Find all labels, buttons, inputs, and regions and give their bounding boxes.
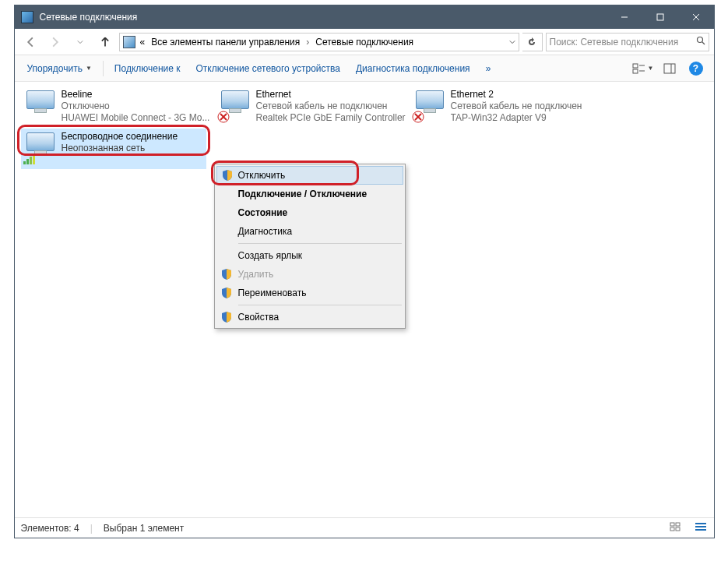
shield-icon (221, 169, 234, 182)
preview-pane-button[interactable] (658, 59, 681, 78)
item-name: Ethernet 2 (451, 89, 582, 101)
help-icon: ? (689, 62, 703, 76)
status-bar: Элементов: 4 | Выбран 1 элемент (15, 517, 714, 538)
titlebar[interactable]: Сетевые подключения (15, 5, 714, 29)
diagnose-button[interactable]: Диагностика подключения (350, 60, 477, 77)
svg-rect-22 (670, 523, 674, 526)
maximize-button[interactable] (642, 5, 678, 29)
back-button[interactable] (19, 33, 41, 51)
menu-separator (238, 243, 402, 244)
menu-diag[interactable]: Диагностика (216, 222, 403, 241)
item-status: Сетевой кабель не подключен (256, 101, 406, 112)
menu-shortcut[interactable]: Создать ярлык (216, 246, 403, 265)
crumb-prefix: « (139, 35, 147, 49)
svg-rect-1 (657, 14, 663, 20)
svg-rect-10 (664, 64, 675, 73)
connection-item-beeline[interactable]: Beeline Отключено HUAWEI Mobile Connect … (21, 86, 216, 127)
window-frame: Сетевые подключения « Все элементы панел… (14, 5, 715, 538)
location-icon (123, 36, 135, 48)
app-icon (21, 11, 33, 23)
menu-props[interactable]: Свойства (216, 308, 403, 326)
svg-rect-6 (633, 64, 638, 68)
shield-icon (220, 311, 233, 323)
content-area: Beeline Отключено HUAWEI Mobile Connect … (15, 82, 714, 517)
menu-rename[interactable]: Переименовать (216, 284, 403, 302)
toolbar: Упорядочить▼ Подключение к Отключение се… (15, 55, 714, 82)
connection-item-ethernet2[interactable]: Ethernet 2 Сетевой кабель не подключен T… (410, 86, 605, 127)
svg-point-4 (697, 37, 702, 43)
item-name: Beeline (62, 89, 210, 101)
window-title: Сетевые подключения (40, 12, 607, 23)
item-status: Неопознанная сеть (62, 143, 178, 154)
error-overlay-icon (411, 110, 425, 124)
breadcrumb[interactable]: « Все элементы панели управления › Сетев… (119, 33, 519, 51)
help-button[interactable]: ? (684, 59, 708, 78)
crumb-seg2[interactable]: Сетевые подключения (314, 35, 415, 49)
status-count: Элементов: 4 (21, 523, 79, 534)
svg-rect-24 (676, 523, 680, 526)
search-input[interactable]: Поиск: Сетевые подключения (546, 33, 709, 51)
svg-rect-23 (670, 527, 674, 531)
address-bar: « Все элементы панели управления › Сетев… (15, 29, 714, 55)
svg-rect-20 (30, 157, 32, 164)
item-name: Ethernet (256, 89, 406, 101)
forward-button[interactable] (44, 33, 66, 51)
context-menu: Отключить Подключение / Отключение Состо… (214, 164, 406, 329)
organize-button[interactable]: Упорядочить▼ (21, 60, 98, 77)
svg-rect-25 (676, 527, 680, 531)
recent-dropdown[interactable] (69, 33, 91, 51)
status-selected: Выбран 1 элемент (104, 523, 184, 534)
crumb-dropdown-icon[interactable] (509, 37, 515, 48)
menu-status[interactable]: Состояние (216, 203, 403, 222)
connect-to-button[interactable]: Подключение к (108, 60, 187, 77)
item-status: Отключено (62, 101, 210, 112)
svg-rect-18 (23, 161, 26, 164)
view-options-button[interactable]: ▼ (631, 59, 655, 78)
view-details-icon[interactable] (694, 521, 708, 534)
disable-device-button[interactable]: Отключение сетевого устройства (190, 60, 346, 77)
svg-rect-21 (33, 154, 35, 164)
svg-rect-19 (26, 159, 29, 164)
menu-separator (238, 305, 402, 305)
connection-item-wireless-selected[interactable]: Беспроводное соединение Неопознанная сет… (21, 129, 206, 169)
item-adapter: HUAWEI Mobile Connect - 3G Mo... (62, 112, 210, 124)
item-name: Беспроводное соединение (62, 131, 178, 143)
item-adapter: TAP-Win32 Adapter V9 (451, 112, 582, 124)
refresh-button[interactable] (522, 33, 543, 51)
search-icon (696, 36, 705, 48)
more-commands-button[interactable]: » (480, 60, 498, 77)
crumb-sep: › (304, 35, 311, 49)
connection-item-ethernet[interactable]: Ethernet Сетевой кабель не подключен Rea… (216, 86, 410, 127)
svg-line-5 (702, 42, 705, 44)
menu-delete[interactable]: Удалить (216, 265, 403, 284)
window-buttons (607, 5, 714, 29)
error-overlay-icon (216, 110, 230, 124)
shield-icon (220, 268, 233, 280)
search-placeholder: Поиск: Сетевые подключения (550, 37, 679, 48)
menu-disable[interactable]: Отключить (216, 166, 403, 185)
item-adapter: Realtek PCIe GbE Family Controller (256, 112, 406, 124)
shield-icon (220, 287, 233, 299)
up-button[interactable] (94, 33, 116, 51)
view-large-icon[interactable] (669, 521, 683, 534)
menu-connect[interactable]: Подключение / Отключение (216, 185, 403, 203)
minimize-button[interactable] (607, 5, 642, 29)
svg-rect-7 (633, 69, 638, 73)
crumb-seg1[interactable]: Все элементы панели управления (149, 35, 301, 49)
signal-overlay-icon (22, 152, 36, 166)
item-status: Сетевой кабель не подключен (451, 101, 582, 112)
close-button[interactable] (678, 5, 714, 29)
